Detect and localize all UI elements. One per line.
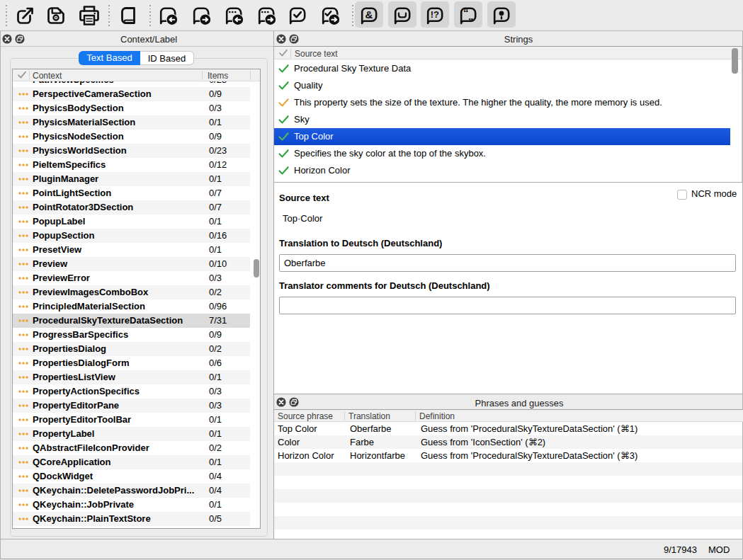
svg-text:!?: !? (431, 9, 439, 20)
svg-text:„: „ (468, 10, 474, 22)
svg-text:&: & (365, 8, 373, 21)
